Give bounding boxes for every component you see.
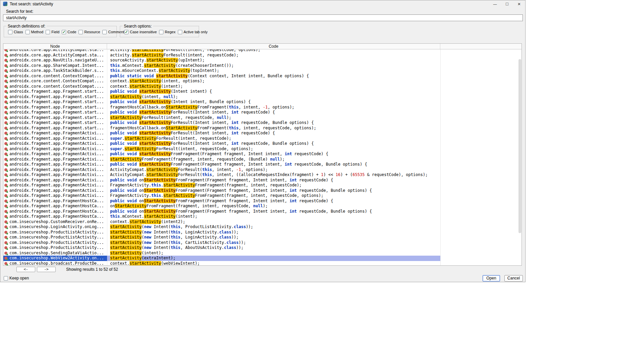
result-row[interactable]: androidx.fragment.app.Fragment.start...p…: [3, 110, 522, 115]
code-snippet: this.mSourceContext.startActivity(topInt…: [107, 68, 440, 74]
result-row[interactable]: androidx.fragment.app.FragmentActivi...p…: [3, 162, 522, 167]
result-row[interactable]: androidx.fragment.app.FragmentActivi...A…: [3, 167, 522, 173]
result-row[interactable]: androidx.fragment.app.Fragment.start...f…: [3, 105, 522, 110]
open-button[interactable]: Open: [483, 275, 500, 282]
checkbox-keep-open[interactable]: Keep open: [4, 276, 29, 281]
result-row[interactable]: androidx.fragment.app.Fragment.start...s…: [3, 94, 522, 100]
result-row[interactable]: com.insecureshop.broadcast.ProductDe...c…: [3, 261, 522, 266]
node-path: androidx.core.app.NavUtils.navigateU...: [9, 58, 104, 62]
method-icon: [4, 257, 8, 260]
node-cell: androidx.core.app.TaskStackBuilder.s...: [3, 68, 107, 74]
column-header-node[interactable]: Node: [3, 44, 107, 49]
node-cell: androidx.fragment.app.FragmentActivi...: [3, 131, 107, 136]
result-row[interactable]: com.insecureshop.SendingDataViaActio...s…: [3, 251, 522, 256]
close-button[interactable]: ×: [513, 0, 525, 7]
checkbox-class[interactable]: Class: [8, 30, 23, 34]
maximize-button[interactable]: □: [501, 0, 513, 7]
code-snippet: startActivity(new Intent(this, ProductLi…: [107, 224, 440, 230]
checkbox-resource[interactable]: Resource: [79, 30, 100, 34]
result-row[interactable]: androidx.fragment.app.FragmentActivi...A…: [3, 172, 522, 178]
result-row[interactable]: com.insecureshop.LoginActivity.onLog...s…: [3, 224, 522, 230]
result-row[interactable]: androidx.fragment.app.FragmentActivi...s…: [3, 136, 522, 141]
result-row[interactable]: androidx.fragment.app.FragmentActivi...p…: [3, 131, 522, 136]
vertical-scrollbar[interactable]: [518, 55, 521, 266]
cancel-button[interactable]: Cancel: [504, 275, 523, 282]
result-row[interactable]: androidx.fragment.app.FragmentHostCa...p…: [3, 199, 522, 204]
minimize-button[interactable]: —: [489, 0, 501, 7]
checkbox-case-insensitive[interactable]: ✓Case insensitive: [124, 30, 157, 34]
result-row[interactable]: androidx.core.app.ActivityCompat.sta...a…: [3, 49, 522, 53]
result-row[interactable]: com.insecureshop.ProductListActivity...s…: [3, 235, 522, 240]
result-row[interactable]: androidx.fragment.app.Fragment.start...p…: [3, 120, 522, 126]
result-row[interactable]: com.insecureshop.ProductListActivity...s…: [3, 230, 522, 235]
result-row[interactable]: com.insecureshop.ProductListActivity...s…: [3, 240, 522, 246]
code-snippet: public void startActivityForResult(Inten…: [107, 141, 440, 146]
scrollbar-thumb[interactable]: [518, 59, 521, 233]
node-path: androidx.fragment.app.FragmentActivi...: [9, 157, 104, 162]
row-filler: [440, 240, 522, 246]
result-row[interactable]: androidx.fragment.app.FragmentActivi...s…: [3, 157, 522, 162]
result-row[interactable]: androidx.core.app.NavUtils.navigateU...s…: [3, 58, 522, 63]
result-row-selected[interactable]: com.insecureshop.WebView2Activity.on...s…: [3, 256, 522, 261]
node-path: androidx.core.content.ContextCompat....: [9, 74, 104, 78]
method-icon: [4, 121, 8, 125]
code-snippet: public static void startActivity(Context…: [107, 74, 440, 79]
result-row[interactable]: androidx.core.app.ActivityCompat.sta...a…: [3, 53, 522, 58]
result-row[interactable]: com.insecureshop.ProductListActivity...s…: [3, 245, 522, 251]
result-row[interactable]: androidx.fragment.app.FragmentActivi...p…: [3, 188, 522, 193]
checkbox-regex[interactable]: Regex: [159, 30, 176, 34]
result-row[interactable]: androidx.fragment.app.Fragment.start...f…: [3, 126, 522, 131]
result-row[interactable]: androidx.fragment.app.FragmentHostCa...p…: [3, 209, 522, 214]
result-row[interactable]: androidx.fragment.app.FragmentActivi...s…: [3, 146, 522, 152]
result-row[interactable]: androidx.core.app.ShareCompat.Intent...t…: [3, 63, 522, 69]
result-row[interactable]: androidx.fragment.app.FragmentActivi...p…: [3, 178, 522, 183]
method-icon: [4, 142, 8, 145]
result-row[interactable]: androidx.core.content.ContextCompat....c…: [3, 79, 522, 84]
method-icon: [4, 59, 8, 62]
node-path: com.insecureshop.CustomReceiver.onRe...: [9, 219, 104, 224]
result-row[interactable]: androidx.fragment.app.FragmentActivi...F…: [3, 183, 522, 188]
method-icon: [4, 215, 8, 218]
row-filler: [440, 261, 522, 266]
result-row[interactable]: androidx.fragment.app.FragmentHostCa...t…: [3, 214, 522, 219]
node-cell: com.insecureshop.LoginActivity.onLog...: [3, 224, 107, 230]
result-row[interactable]: androidx.fragment.app.Fragment.start...p…: [3, 89, 522, 94]
title-bar[interactable]: Text search: startActivity — □ ×: [0, 0, 525, 7]
result-row[interactable]: androidx.core.content.ContextCompat....p…: [3, 74, 522, 79]
result-row[interactable]: androidx.fragment.app.FragmentActivi...p…: [3, 141, 522, 146]
result-row[interactable]: androidx.fragment.app.Fragment.start...p…: [3, 99, 522, 105]
search-input[interactable]: [3, 14, 523, 21]
result-row[interactable]: androidx.core.app.TaskStackBuilder.s...t…: [3, 68, 522, 74]
checkbox-field[interactable]: Field: [46, 30, 59, 34]
row-filler: [440, 193, 522, 199]
next-page-button[interactable]: ->: [37, 267, 56, 272]
method-icon: [4, 225, 8, 229]
result-row[interactable]: com.insecureshop.CustomReceiver.onRe...c…: [3, 219, 522, 225]
checkbox-method[interactable]: Method: [26, 30, 44, 34]
method-icon: [4, 49, 8, 52]
checkbox-label: Keep open: [9, 276, 29, 281]
node-path: androidx.fragment.app.FragmentActivi...: [9, 178, 104, 182]
result-row[interactable]: androidx.core.content.ContextCompat....c…: [3, 84, 522, 89]
method-icon: [4, 179, 8, 182]
checkbox-active-tab-only[interactable]: Active tab only: [178, 30, 208, 34]
node-path: com.insecureshop.SendingDataViaActio...: [9, 251, 104, 255]
node-cell: androidx.core.app.NavUtils.navigateU...: [3, 58, 107, 63]
checkbox-code[interactable]: ✓Code: [62, 30, 76, 34]
result-row[interactable]: androidx.fragment.app.FragmentActivi...F…: [3, 193, 522, 199]
row-filler: [440, 84, 522, 89]
result-row[interactable]: androidx.fragment.app.Fragment.start...s…: [3, 115, 522, 121]
keep-open-container: Keep open: [4, 276, 29, 282]
checkbox-box: [102, 30, 107, 34]
node-cell: androidx.fragment.app.FragmentActivi...: [3, 136, 107, 141]
node-path: androidx.fragment.app.Fragment.start...: [9, 120, 104, 125]
code-snippet: startActivity(intent);: [107, 251, 440, 256]
column-header-code[interactable]: Code: [107, 44, 440, 49]
node-path: androidx.fragment.app.FragmentActivi...: [9, 146, 104, 151]
code-snippet: FragmentActivity.this.startActivityFromF…: [107, 193, 440, 199]
previous-page-button[interactable]: <-: [16, 267, 35, 272]
code-snippet: public void startActivityForResult(Inten…: [107, 110, 440, 115]
result-row[interactable]: androidx.fragment.app.FragmentHostCa...o…: [3, 204, 522, 209]
method-icon: [4, 252, 8, 255]
result-row[interactable]: androidx.fragment.app.FragmentActivi...p…: [3, 152, 522, 157]
